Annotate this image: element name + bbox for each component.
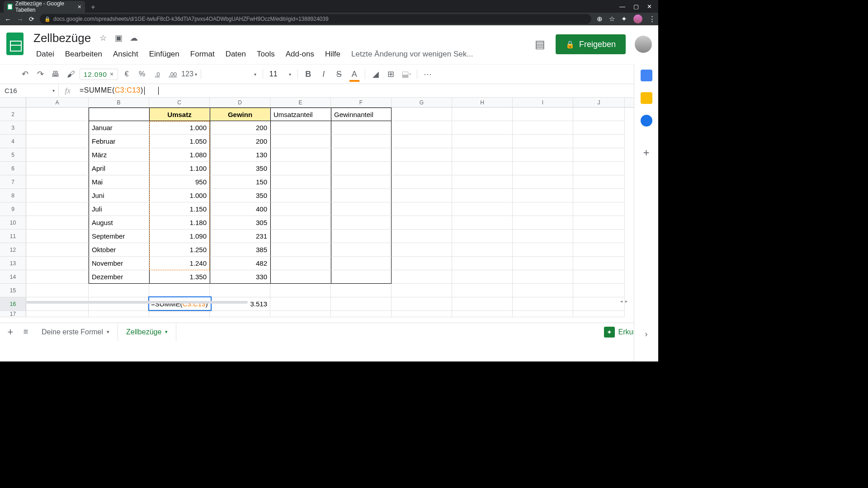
- cell[interactable]: [452, 162, 513, 175]
- col-header-E[interactable]: E: [270, 98, 331, 107]
- sheet-tab-active[interactable]: Zellbezüge ▾: [118, 323, 176, 341]
- row-header[interactable]: 10: [0, 216, 26, 230]
- cell[interactable]: [452, 230, 513, 243]
- cell[interactable]: [270, 162, 331, 175]
- cell[interactable]: [513, 202, 573, 216]
- horizontal-scrollbar[interactable]: [26, 300, 297, 305]
- cell[interactable]: 385: [210, 243, 270, 257]
- cell[interactable]: [513, 162, 573, 175]
- comments-icon[interactable]: ▤: [531, 35, 549, 53]
- cell[interactable]: [513, 230, 573, 243]
- all-sheets-button[interactable]: ≡: [18, 324, 33, 340]
- profile-avatar-icon[interactable]: [633, 14, 642, 23]
- strikethrough-button[interactable]: S: [332, 67, 346, 81]
- cell[interactable]: [331, 230, 392, 243]
- row-header[interactable]: 8: [0, 189, 26, 202]
- new-tab-button[interactable]: +: [88, 2, 99, 13]
- chevron-down-icon[interactable]: ▾: [107, 329, 109, 335]
- decrease-decimal-button[interactable]: .0: [151, 67, 164, 81]
- cell[interactable]: Juli: [89, 202, 149, 216]
- cell[interactable]: [513, 216, 573, 230]
- cell[interactable]: [513, 135, 573, 148]
- row-header[interactable]: 17: [0, 311, 26, 317]
- cell[interactable]: [26, 230, 89, 243]
- cell[interactable]: [392, 108, 452, 121]
- cell[interactable]: [270, 121, 331, 135]
- spreadsheet-grid[interactable]: A B C D E F G H I J 2 Umsatz Gewinn Umsa…: [0, 98, 658, 323]
- cell[interactable]: [573, 311, 625, 317]
- cell[interactable]: [210, 311, 270, 317]
- cell[interactable]: 1.000: [149, 189, 210, 202]
- cell[interactable]: [513, 297, 573, 311]
- sheets-logo-icon[interactable]: [6, 33, 25, 58]
- cell[interactable]: [26, 148, 89, 162]
- more-toolbar-button[interactable]: ⋯: [421, 67, 434, 81]
- tasks-icon[interactable]: [641, 115, 652, 127]
- italic-button[interactable]: I: [317, 67, 330, 81]
- currency-button[interactable]: €: [120, 67, 133, 81]
- row-header[interactable]: 16: [0, 297, 26, 311]
- cell[interactable]: [452, 121, 513, 135]
- cell[interactable]: [392, 148, 452, 162]
- cell[interactable]: [26, 284, 89, 297]
- cell[interactable]: [270, 202, 331, 216]
- add-addon-icon[interactable]: +: [643, 146, 649, 159]
- cell[interactable]: 1.090: [149, 230, 210, 243]
- cell[interactable]: 1.100: [149, 162, 210, 175]
- hide-panel-icon[interactable]: ›: [645, 329, 648, 339]
- cell[interactable]: [452, 135, 513, 148]
- cell[interactable]: [452, 243, 513, 257]
- cell[interactable]: 1.350: [149, 270, 210, 284]
- cell[interactable]: [452, 189, 513, 202]
- cell[interactable]: [26, 202, 89, 216]
- cell[interactable]: [392, 121, 452, 135]
- forward-button[interactable]: →: [17, 15, 24, 23]
- cell[interactable]: Juni: [89, 189, 149, 202]
- cell[interactable]: 130: [210, 148, 270, 162]
- cell[interactable]: [573, 243, 625, 257]
- cell[interactable]: Februar: [89, 135, 149, 148]
- col-header-D[interactable]: D: [210, 98, 270, 107]
- cell[interactable]: [26, 108, 89, 121]
- browser-tab[interactable]: Zellbezüge - Google Tabellen ×: [4, 1, 85, 13]
- cell[interactable]: Umsatz: [149, 108, 210, 121]
- cell[interactable]: Dezember: [89, 270, 149, 284]
- borders-button[interactable]: ⊞: [384, 67, 398, 81]
- select-all-corner[interactable]: [0, 98, 26, 107]
- cell[interactable]: [270, 243, 331, 257]
- cell[interactable]: [331, 175, 392, 189]
- cell[interactable]: [573, 284, 625, 297]
- chevron-down-icon[interactable]: ▾: [165, 329, 168, 335]
- maximize-icon[interactable]: ▢: [633, 3, 639, 10]
- cell[interactable]: März: [89, 148, 149, 162]
- row-header[interactable]: 15: [0, 284, 26, 297]
- move-folder-icon[interactable]: ▣: [113, 33, 123, 43]
- menu-view[interactable]: Ansicht: [108, 48, 143, 61]
- close-tab-icon[interactable]: ×: [78, 3, 81, 10]
- cell[interactable]: [331, 121, 392, 135]
- cell[interactable]: [452, 216, 513, 230]
- cell[interactable]: [513, 121, 573, 135]
- cell[interactable]: [89, 108, 149, 121]
- redo-button[interactable]: ↷: [33, 67, 47, 81]
- cell[interactable]: [270, 175, 331, 189]
- cell[interactable]: [331, 162, 392, 175]
- row-header[interactable]: 9: [0, 202, 26, 216]
- increase-decimal-button[interactable]: .00: [166, 67, 179, 81]
- cell[interactable]: [573, 148, 625, 162]
- preview-close-icon[interactable]: ×: [110, 70, 114, 78]
- share-button[interactable]: 🔒 Freigeben: [556, 34, 626, 54]
- cell[interactable]: [89, 311, 149, 317]
- cell[interactable]: [210, 284, 270, 297]
- cell[interactable]: [573, 135, 625, 148]
- cell[interactable]: [26, 270, 89, 284]
- cell[interactable]: [452, 108, 513, 121]
- cell[interactable]: [513, 270, 573, 284]
- cell[interactable]: [573, 216, 625, 230]
- cell[interactable]: 330: [210, 270, 270, 284]
- cell[interactable]: [392, 230, 452, 243]
- cell[interactable]: [270, 284, 331, 297]
- cell[interactable]: [331, 189, 392, 202]
- cell[interactable]: Umsatzanteil: [270, 108, 331, 121]
- cell[interactable]: 1.050: [149, 135, 210, 148]
